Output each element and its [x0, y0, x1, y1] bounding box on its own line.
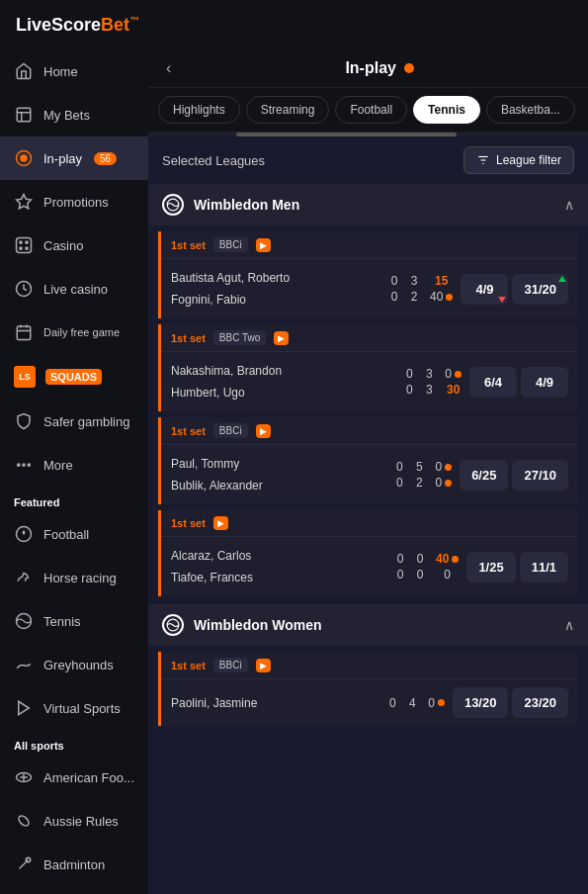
odds-btn-3[interactable]: 6/4 [469, 367, 517, 398]
set-label-5: 1st set [171, 660, 206, 671]
sidebar-football-label: Football [43, 527, 89, 542]
league-header-wimbledon-men[interactable]: Wimbledon Men ∧ [148, 184, 588, 225]
odds-btn-6[interactable]: 27/10 [512, 460, 568, 491]
tab-tennis[interactable]: Tennis [413, 96, 480, 124]
sport-tabs: Highlights Streaming Football Tennis Bas… [148, 88, 588, 133]
player-4-name: Humbert, Ugo [171, 386, 245, 400]
sidebar-item-greyhounds[interactable]: Greyhounds [0, 643, 148, 686]
svg-point-9 [20, 247, 22, 249]
sidebar-my-bets-label: My Bets [43, 108, 90, 123]
sidebar-item-safer-gambling[interactable]: Safer gambling [0, 400, 148, 443]
sidebar-item-american-foo[interactable]: American Foo... [0, 756, 148, 799]
serve-dot-4 [445, 480, 452, 487]
serve-dot-p1 [455, 371, 462, 378]
set-label-3: 1st set [171, 425, 206, 437]
odds-btn-2[interactable]: 31/20 [512, 274, 568, 305]
players-5: Paolini, Jasmine [171, 692, 384, 714]
odds-btn-4[interactable]: 4/9 [521, 367, 568, 398]
daily-icon [14, 322, 34, 342]
match-nakashima-humbert: 1st set BBC Two ▶ Nakashima, Brandon Hum… [158, 324, 578, 411]
tab-football[interactable]: Football [335, 96, 407, 124]
svg-rect-6 [17, 238, 32, 253]
virtual-icon [14, 698, 34, 718]
sidebar-in-play-label: In-play [43, 151, 82, 166]
football-icon [14, 524, 34, 544]
casino-icon [14, 235, 34, 255]
player-8-name: Tiafoe, Frances [171, 571, 253, 584]
odds-10-val: 23/20 [524, 695, 556, 710]
odds-btn-8[interactable]: 11/1 [520, 552, 568, 582]
player-2-name: Fognini, Fabio [171, 293, 246, 307]
player-5: Paul, Tommy [171, 453, 391, 475]
sidebar-item-promotions[interactable]: Promotions [0, 180, 148, 224]
odds-btn-7[interactable]: 1/25 [466, 552, 515, 582]
tab-highlights[interactable]: Highlights [158, 96, 240, 124]
sidebar-item-daily-free-game[interactable]: Daily free game [0, 311, 148, 354]
more-icon [14, 455, 34, 475]
set-label-2: 1st set [171, 332, 206, 344]
svg-point-7 [20, 241, 22, 243]
cur-p6: 0 [435, 476, 442, 490]
odds-9-val: 13/20 [464, 695, 497, 710]
sidebar-item-tennis[interactable]: Tennis [0, 599, 148, 643]
svg-point-16 [18, 464, 20, 466]
tab-basketball[interactable]: Basketba... [486, 96, 575, 124]
match-alcaraz-tiafoe: 1st set ▶ Alcaraz, Carlos Tiafoe, France… [158, 510, 578, 596]
sidebar-item-virtual-sports[interactable]: Virtual Sports [0, 686, 148, 730]
sidebar-item-football[interactable]: Football [0, 512, 148, 556]
home-icon [14, 61, 34, 81]
set-label-4: 1st set [171, 517, 206, 529]
tab-streaming[interactable]: Streaming [246, 96, 330, 124]
aussie-icon [14, 811, 34, 831]
sidebar-item-squads[interactable]: LS SQUADS [0, 354, 148, 400]
league-header-wimbledon-women[interactable]: Wimbledon Women ∧ [148, 604, 588, 646]
tv-badge-5: BBCi [213, 658, 248, 672]
sidebar-item-badminton[interactable]: Badminton [0, 843, 148, 886]
cur-p8: 0 [444, 568, 451, 581]
sidebar-item-my-bets[interactable]: My Bets [0, 93, 148, 136]
back-button[interactable]: ‹ [162, 59, 175, 77]
svg-marker-22 [19, 701, 30, 715]
sidebar-american-label: American Foo... [43, 770, 134, 785]
bets-icon [14, 105, 34, 125]
league-filter-label: League filter [496, 153, 561, 167]
odds-btn-9[interactable]: 13/20 [453, 687, 509, 718]
s2-p7: 0 [417, 552, 424, 566]
sidebar-item-casino[interactable]: Casino [0, 224, 148, 267]
sidebar-home-label: Home [43, 64, 78, 79]
player-4: Humbert, Ugo [171, 382, 401, 403]
players-2: Nakashima, Brandon Humbert, Ugo [171, 360, 401, 403]
tv-badge-2: BBC Two [213, 330, 267, 345]
live-casino-icon [14, 279, 34, 299]
sidebar-item-live-casino[interactable]: Live casino [0, 267, 148, 311]
tv-badge: BBCi [213, 237, 248, 252]
player-9: Paolini, Jasmine [171, 692, 384, 714]
match-meta-5: 1st set BBCi ▶ [161, 652, 578, 679]
score-section-3: 0 0 5 2 0 0 [391, 460, 452, 490]
topbar-title: In-play [185, 59, 574, 77]
players-3: Paul, Tommy Bublik, Alexander [171, 453, 391, 496]
player-3-name: Nakashima, Brandon [171, 364, 282, 378]
sidebar-daily-label: Daily free game [43, 326, 120, 338]
sidebar-item-in-play[interactable]: In-play 56 [0, 136, 148, 180]
sidebar-item-home[interactable]: Home [0, 49, 148, 93]
odds-btn-10[interactable]: 23/20 [512, 687, 568, 718]
sidebar-item-baseball[interactable]: Baseball [0, 886, 148, 894]
player-6-name: Bublik, Alexander [171, 479, 263, 492]
sidebar-item-more[interactable]: More [0, 443, 148, 487]
cur-p9: 0 [428, 696, 435, 710]
svg-marker-20 [23, 530, 26, 536]
s1-p4: 0 [406, 383, 413, 397]
sidebar-item-aussie-rules[interactable]: Aussie Rules [0, 799, 148, 843]
s2-p3: 3 [426, 367, 433, 381]
american-football-icon [14, 767, 34, 787]
league-filter-button[interactable]: League filter [463, 146, 574, 174]
odds-3-val: 6/4 [484, 375, 502, 390]
sidebar-badminton-label: Badminton [43, 857, 105, 872]
odds-btn-5[interactable]: 6/25 [460, 460, 508, 491]
league-icon [162, 194, 184, 216]
sidebar-item-horse-racing[interactable]: Horse racing [0, 556, 148, 599]
filter-icon [476, 153, 490, 167]
odds-2-val: 31/20 [524, 282, 556, 297]
odds-btn-1[interactable]: 4/9 [461, 274, 508, 305]
